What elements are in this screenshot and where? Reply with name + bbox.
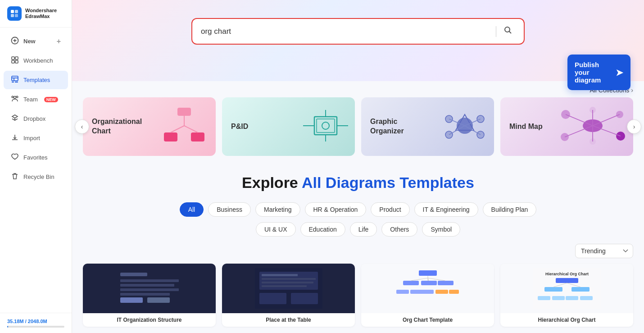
- svg-rect-69: [262, 282, 313, 283]
- sidebar-item-workbench[interactable]: Workbench: [4, 51, 68, 70]
- svg-rect-90: [544, 287, 562, 292]
- sidebar-item-dropbox[interactable]: Dropbox: [4, 109, 68, 128]
- chevron-right-icon: ›: [631, 87, 633, 94]
- sidebar-item-label-recycle: Recycle Bin: [23, 173, 54, 180]
- template-card-image: [83, 264, 216, 313]
- template-card-label: Hierarchical Org Chart: [500, 313, 633, 327]
- sidebar-item-label-favorites: Favorites: [23, 154, 47, 161]
- template-grid: IT Organization Structure P: [83, 264, 633, 333]
- svg-rect-23: [191, 132, 204, 141]
- template-card[interactable]: IT Organization Structure: [83, 264, 216, 327]
- carousel-next-button[interactable]: ›: [627, 119, 641, 134]
- svg-rect-76: [421, 281, 437, 285]
- sidebar-item-favorites[interactable]: Favorites: [4, 148, 68, 167]
- search-input[interactable]: [201, 27, 491, 36]
- search-button[interactable]: [501, 25, 515, 38]
- filter-chip-education[interactable]: Education: [300, 222, 345, 237]
- filter-chip-ui-ux[interactable]: UI & UX: [256, 222, 296, 237]
- filter-chip-it-engineering[interactable]: IT & Engineering: [414, 202, 478, 217]
- sort-select[interactable]: Trending Newest Most Popular: [575, 244, 633, 258]
- explore-title-part1: Explore: [242, 174, 302, 191]
- svg-rect-75: [403, 281, 419, 285]
- sidebar-item-new[interactable]: New +: [4, 32, 68, 50]
- svg-rect-9: [12, 60, 14, 63]
- svg-rect-1: [15, 10, 18, 13]
- search-box: [194, 20, 522, 42]
- sidebar-item-import[interactable]: Import: [4, 129, 68, 147]
- logo-icon: [7, 6, 22, 21]
- carousel-card-mind-map[interactable]: Mind Map: [500, 97, 633, 156]
- sidebar-item-label-templates: Templates: [23, 77, 50, 83]
- filter-chip-business[interactable]: Business: [208, 202, 251, 217]
- sidebar-item-label-workbench: Workbench: [23, 57, 53, 64]
- carousel-card-label: Mind Map: [509, 122, 543, 132]
- publish-banner[interactable]: Publish your diagram ➤: [567, 55, 630, 90]
- filter-chip-symbol[interactable]: Symbol: [422, 222, 460, 237]
- storage-info: 35.18M / 2048.0M: [0, 313, 72, 333]
- svg-rect-8: [15, 57, 18, 59]
- svg-rect-63: [120, 297, 143, 303]
- template-card-label: IT Organization Structure: [83, 313, 216, 327]
- sidebar-item-label-new: New: [23, 38, 36, 45]
- carousel-card-graphic-organizer[interactable]: Graphic Organizer: [361, 97, 494, 156]
- filter-chip-all[interactable]: All: [180, 202, 204, 217]
- filter-chip-product[interactable]: Product: [371, 202, 409, 217]
- svg-rect-14: [12, 82, 14, 82]
- carousel-prev-button[interactable]: ‹: [75, 119, 89, 134]
- carousel-card-label: P&ID: [231, 122, 248, 132]
- publish-text: Publish your diagram: [575, 61, 612, 84]
- sidebar-item-team[interactable]: Team NEW: [4, 90, 68, 109]
- template-card[interactable]: Place at the Table: [222, 264, 355, 327]
- search-divider: [496, 26, 496, 37]
- hero-area: Publish your diagram ➤: [72, 0, 644, 81]
- svg-line-25: [171, 126, 184, 132]
- org-chart-illustration: [157, 105, 211, 148]
- template-card-label: Place at the Table: [222, 313, 355, 327]
- template-card[interactable]: Hierarchical Org Chart Hierarchical Org …: [500, 264, 633, 327]
- sidebar-item-label-team: Team: [23, 96, 38, 103]
- svg-rect-7: [12, 57, 14, 59]
- svg-rect-94: [566, 296, 578, 300]
- template-card[interactable]: Org Chart Template: [361, 264, 494, 327]
- svg-rect-72: [291, 293, 318, 304]
- sidebar-nav: New + Workbench: [0, 27, 72, 313]
- filter-chip-life[interactable]: Life: [350, 222, 377, 237]
- svg-rect-91: [571, 287, 590, 292]
- storage-text: 35.18M / 2048.0M: [7, 319, 64, 324]
- sidebar-item-label-import: Import: [23, 135, 40, 141]
- svg-rect-92: [538, 296, 550, 300]
- filter-chip-marketing[interactable]: Marketing: [255, 202, 300, 217]
- app-logo[interactable]: Wondershare EdrawMax: [0, 0, 72, 27]
- svg-rect-68: [262, 278, 316, 280]
- filter-chip-building-plan[interactable]: Building Plan: [483, 202, 537, 217]
- filter-chip-hr-operation[interactable]: HR & Operation: [305, 202, 367, 217]
- carousel-card-org-chart[interactable]: Organizational Chart: [83, 97, 216, 156]
- team-badge: NEW: [44, 97, 58, 102]
- explore-title-highlight: All Diagrams Templates: [302, 174, 474, 191]
- svg-rect-59: [120, 279, 179, 282]
- svg-rect-93: [552, 296, 565, 300]
- svg-point-17: [16, 96, 18, 98]
- svg-point-18: [12, 96, 14, 98]
- sidebar-item-recycle[interactable]: Recycle Bin: [4, 168, 68, 186]
- svg-point-16: [14, 96, 16, 99]
- svg-rect-80: [421, 290, 434, 294]
- plus-icon: +: [57, 37, 61, 46]
- carousel: ‹ Organizational Chart P&I: [72, 97, 644, 156]
- svg-rect-67: [262, 274, 298, 276]
- filter-chip-others[interactable]: Others: [381, 222, 417, 237]
- svg-rect-89: [556, 278, 578, 283]
- svg-rect-95: [580, 296, 593, 300]
- sidebar-item-templates[interactable]: Templates: [4, 71, 68, 89]
- svg-rect-64: [147, 297, 170, 303]
- svg-rect-74: [419, 270, 437, 276]
- graphic-organizer-illustration: [440, 105, 490, 148]
- svg-rect-2: [11, 14, 14, 17]
- sidebar-item-label-dropbox: Dropbox: [23, 115, 45, 122]
- carousel-track: Organizational Chart P&ID: [83, 97, 633, 156]
- svg-point-19: [505, 27, 510, 32]
- send-icon: ➤: [616, 67, 623, 78]
- explore-section: Explore All Diagrams Templates All Busin…: [72, 165, 644, 333]
- carousel-card-pid[interactable]: P&ID: [222, 97, 355, 156]
- svg-rect-15: [15, 82, 18, 82]
